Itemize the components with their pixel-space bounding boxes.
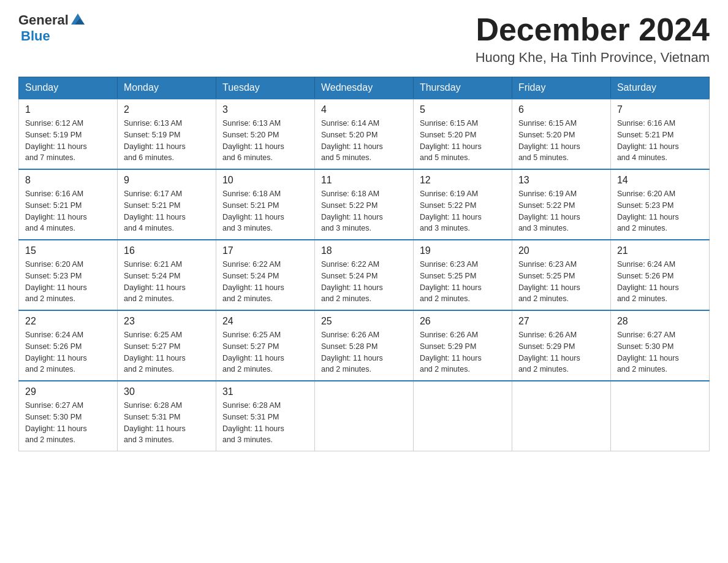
logo: General Blue (18, 12, 87, 44)
weekday-header-thursday: Thursday (413, 77, 512, 99)
day-info: Sunrise: 6:28 AM Sunset: 5:31 PM Dayligh… (222, 400, 308, 446)
calendar-cell: 13Sunrise: 6:19 AM Sunset: 5:22 PM Dayli… (512, 169, 610, 240)
day-info: Sunrise: 6:17 AM Sunset: 5:21 PM Dayligh… (124, 188, 210, 234)
calendar-cell: 10Sunrise: 6:18 AM Sunset: 5:21 PM Dayli… (216, 169, 314, 240)
calendar-cell (610, 381, 709, 451)
day-info: Sunrise: 6:25 AM Sunset: 5:27 PM Dayligh… (124, 329, 210, 375)
weekday-header-tuesday: Tuesday (216, 77, 314, 99)
weekday-header-wednesday: Wednesday (314, 77, 413, 99)
calendar-cell: 30Sunrise: 6:28 AM Sunset: 5:31 PM Dayli… (117, 381, 216, 451)
calendar-table: SundayMondayTuesdayWednesdayThursdayFrid… (18, 77, 710, 451)
calendar-cell: 21Sunrise: 6:24 AM Sunset: 5:26 PM Dayli… (610, 240, 709, 310)
calendar-cell: 5Sunrise: 6:15 AM Sunset: 5:20 PM Daylig… (413, 99, 512, 169)
day-number: 24 (222, 316, 308, 327)
calendar-cell: 1Sunrise: 6:12 AM Sunset: 5:19 PM Daylig… (19, 99, 118, 169)
day-info: Sunrise: 6:24 AM Sunset: 5:26 PM Dayligh… (25, 329, 111, 375)
day-number: 16 (124, 245, 210, 256)
logo-general-text: General (18, 12, 69, 28)
day-info: Sunrise: 6:20 AM Sunset: 5:23 PM Dayligh… (25, 259, 111, 305)
day-info: Sunrise: 6:26 AM Sunset: 5:29 PM Dayligh… (518, 329, 604, 375)
day-info: Sunrise: 6:21 AM Sunset: 5:24 PM Dayligh… (124, 259, 210, 305)
weekday-header-saturday: Saturday (610, 77, 709, 99)
day-info: Sunrise: 6:16 AM Sunset: 5:21 PM Dayligh… (25, 188, 111, 234)
day-info: Sunrise: 6:14 AM Sunset: 5:20 PM Dayligh… (321, 118, 407, 164)
day-info: Sunrise: 6:18 AM Sunset: 5:22 PM Dayligh… (321, 188, 407, 234)
calendar-cell: 17Sunrise: 6:22 AM Sunset: 5:24 PM Dayli… (216, 240, 314, 310)
calendar-cell: 28Sunrise: 6:27 AM Sunset: 5:30 PM Dayli… (610, 310, 709, 381)
calendar-cell: 8Sunrise: 6:16 AM Sunset: 5:21 PM Daylig… (19, 169, 118, 240)
day-number: 29 (25, 386, 111, 397)
calendar-cell: 6Sunrise: 6:15 AM Sunset: 5:20 PM Daylig… (512, 99, 610, 169)
calendar-cell: 12Sunrise: 6:19 AM Sunset: 5:22 PM Dayli… (413, 169, 512, 240)
week-row-5: 29Sunrise: 6:27 AM Sunset: 5:30 PM Dayli… (19, 381, 710, 451)
day-number: 7 (617, 104, 703, 115)
day-number: 14 (617, 175, 703, 186)
day-info: Sunrise: 6:19 AM Sunset: 5:22 PM Dayligh… (518, 188, 604, 234)
calendar-cell: 26Sunrise: 6:26 AM Sunset: 5:29 PM Dayli… (413, 310, 512, 381)
logo-icon (70, 12, 86, 28)
calendar-cell: 18Sunrise: 6:22 AM Sunset: 5:24 PM Dayli… (314, 240, 413, 310)
day-number: 8 (25, 175, 111, 186)
day-info: Sunrise: 6:15 AM Sunset: 5:20 PM Dayligh… (420, 118, 506, 164)
day-info: Sunrise: 6:25 AM Sunset: 5:27 PM Dayligh… (222, 329, 308, 375)
day-number: 11 (321, 175, 407, 186)
day-info: Sunrise: 6:27 AM Sunset: 5:30 PM Dayligh… (617, 329, 703, 375)
day-info: Sunrise: 6:15 AM Sunset: 5:20 PM Dayligh… (518, 118, 604, 164)
day-info: Sunrise: 6:26 AM Sunset: 5:28 PM Dayligh… (321, 329, 407, 375)
calendar-cell: 3Sunrise: 6:13 AM Sunset: 5:20 PM Daylig… (216, 99, 314, 169)
day-number: 19 (420, 245, 506, 256)
calendar-cell: 11Sunrise: 6:18 AM Sunset: 5:22 PM Dayli… (314, 169, 413, 240)
day-number: 30 (124, 386, 210, 397)
day-info: Sunrise: 6:13 AM Sunset: 5:19 PM Dayligh… (124, 118, 210, 164)
day-number: 1 (25, 104, 111, 115)
day-number: 25 (321, 316, 407, 327)
day-info: Sunrise: 6:16 AM Sunset: 5:21 PM Dayligh… (617, 118, 703, 164)
calendar-cell: 24Sunrise: 6:25 AM Sunset: 5:27 PM Dayli… (216, 310, 314, 381)
day-info: Sunrise: 6:19 AM Sunset: 5:22 PM Dayligh… (420, 188, 506, 234)
day-number: 3 (222, 104, 308, 115)
calendar-cell: 14Sunrise: 6:20 AM Sunset: 5:23 PM Dayli… (610, 169, 709, 240)
day-info: Sunrise: 6:22 AM Sunset: 5:24 PM Dayligh… (222, 259, 308, 305)
logo-blue-text: Blue (21, 28, 50, 44)
day-number: 2 (124, 104, 210, 115)
calendar-cell: 9Sunrise: 6:17 AM Sunset: 5:21 PM Daylig… (117, 169, 216, 240)
day-number: 27 (518, 316, 604, 327)
day-info: Sunrise: 6:20 AM Sunset: 5:23 PM Dayligh… (617, 188, 703, 234)
day-info: Sunrise: 6:13 AM Sunset: 5:20 PM Dayligh… (222, 118, 308, 164)
week-row-2: 8Sunrise: 6:16 AM Sunset: 5:21 PM Daylig… (19, 169, 710, 240)
calendar-cell: 7Sunrise: 6:16 AM Sunset: 5:21 PM Daylig… (610, 99, 709, 169)
calendar-cell: 15Sunrise: 6:20 AM Sunset: 5:23 PM Dayli… (19, 240, 118, 310)
weekday-header-sunday: Sunday (19, 77, 118, 99)
day-info: Sunrise: 6:22 AM Sunset: 5:24 PM Dayligh… (321, 259, 407, 305)
day-number: 22 (25, 316, 111, 327)
weekday-header-monday: Monday (117, 77, 216, 99)
day-number: 23 (124, 316, 210, 327)
day-number: 28 (617, 316, 703, 327)
calendar-cell: 23Sunrise: 6:25 AM Sunset: 5:27 PM Dayli… (117, 310, 216, 381)
day-info: Sunrise: 6:26 AM Sunset: 5:29 PM Dayligh… (420, 329, 506, 375)
day-info: Sunrise: 6:12 AM Sunset: 5:19 PM Dayligh… (25, 118, 111, 164)
calendar-cell: 4Sunrise: 6:14 AM Sunset: 5:20 PM Daylig… (314, 99, 413, 169)
day-info: Sunrise: 6:27 AM Sunset: 5:30 PM Dayligh… (25, 400, 111, 446)
day-info: Sunrise: 6:24 AM Sunset: 5:26 PM Dayligh… (617, 259, 703, 305)
calendar-cell: 29Sunrise: 6:27 AM Sunset: 5:30 PM Dayli… (19, 381, 118, 451)
day-info: Sunrise: 6:28 AM Sunset: 5:31 PM Dayligh… (124, 400, 210, 446)
week-row-3: 15Sunrise: 6:20 AM Sunset: 5:23 PM Dayli… (19, 240, 710, 310)
day-number: 12 (420, 175, 506, 186)
week-row-1: 1Sunrise: 6:12 AM Sunset: 5:19 PM Daylig… (19, 99, 710, 169)
day-number: 4 (321, 104, 407, 115)
day-number: 18 (321, 245, 407, 256)
day-number: 15 (25, 245, 111, 256)
day-number: 17 (222, 245, 308, 256)
location-title: Huong Khe, Ha Tinh Province, Vietnam (476, 50, 710, 66)
calendar-cell: 2Sunrise: 6:13 AM Sunset: 5:19 PM Daylig… (117, 99, 216, 169)
calendar-cell: 22Sunrise: 6:24 AM Sunset: 5:26 PM Dayli… (19, 310, 118, 381)
calendar-cell: 20Sunrise: 6:23 AM Sunset: 5:25 PM Dayli… (512, 240, 610, 310)
calendar-cell (512, 381, 610, 451)
day-number: 31 (222, 386, 308, 397)
day-info: Sunrise: 6:23 AM Sunset: 5:25 PM Dayligh… (420, 259, 506, 305)
weekday-header-friday: Friday (512, 77, 610, 99)
calendar-cell (413, 381, 512, 451)
day-number: 6 (518, 104, 604, 115)
calendar-cell (314, 381, 413, 451)
